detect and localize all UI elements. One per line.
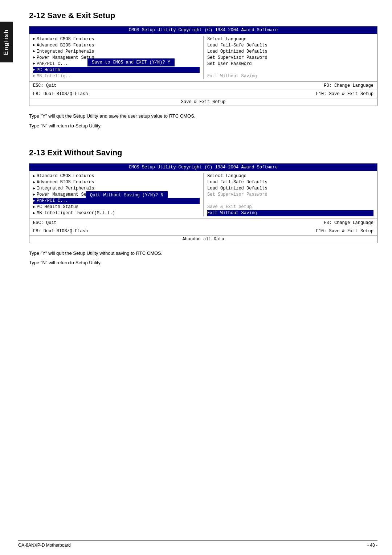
bios-item-1-6: ► PC Health xyxy=(33,67,200,73)
bios-right-1-1: Select Language xyxy=(207,36,373,42)
bios-right-1-5: Set User Password xyxy=(207,61,373,67)
bios-body-1: Save to CMOS and EXIT (Y/N)? Y ► Standar… xyxy=(29,34,377,81)
bios-footer-1: ESC: Quit F3: Change Language xyxy=(29,81,377,90)
bios-f10-2: F10: Save & Exit Setup xyxy=(316,229,373,234)
arrow-icon-1-5: ► xyxy=(33,62,35,66)
bios-status-2: Abandon all Data xyxy=(29,235,377,243)
bios-right-1-6 xyxy=(207,67,373,73)
footer-motherboard: GA-8ANXP-D Motherboard xyxy=(18,543,71,548)
arrow-icon-2-1: ► xyxy=(33,174,35,178)
arrow-icon-2-3: ► xyxy=(33,187,35,191)
bios-right-1-3: Load Optimized Defaults xyxy=(207,48,373,54)
bios-item-2-6: ► PC Health Status xyxy=(33,204,200,210)
section1-heading: 2-12 Save & Exit Setup xyxy=(29,11,377,20)
bios-screenshot-2: CMOS Setup Utility-Copyright (C) 1984-20… xyxy=(29,163,377,243)
bios-f3-1: F3: Change Language xyxy=(324,83,373,88)
bios-footer-2b: F8: Dual BIOS/Q-Flash F10: Save & Exit S… xyxy=(29,227,377,235)
bios-right-2-5 xyxy=(207,198,373,204)
bios-status-1: Save & Exit Setup xyxy=(29,98,377,106)
arrow-icon-1-3: ► xyxy=(33,49,35,53)
arrow-icon-1-4: ► xyxy=(33,56,35,60)
bios-right-2-1: Select Language xyxy=(207,173,373,179)
bios-right-col-1: Select Language Load Fail-Safe Defaults … xyxy=(203,36,377,79)
bios-right-2-7: Exit Without Saving xyxy=(207,210,373,216)
bios-right-1-7: Exit Without Saving xyxy=(207,73,373,79)
arrow-icon-1-6: ► xyxy=(33,68,35,72)
section2-desc2: Type "N" will return to Setup Utility. xyxy=(29,259,377,267)
footer-page-number: - 48 - xyxy=(367,543,377,548)
bios-dialog-2: Quit Without Saving (Y/N)? N xyxy=(86,191,168,199)
arrow-icon-2-4: ► xyxy=(33,193,35,197)
section2-desc1: Type "Y" will quit the Setup Utility wit… xyxy=(29,250,377,257)
bios-title-1: CMOS Setup Utility-Copyright (C) 1984-20… xyxy=(29,26,377,34)
section1-desc1: Type "Y" will quit the Setup Utility and… xyxy=(29,113,377,120)
arrow-icon-2-7: ► xyxy=(33,211,35,215)
bios-right-2-2: Load Fail-Safe Defaults xyxy=(207,179,373,185)
bios-esc-1: ESC: Quit xyxy=(33,83,57,88)
bios-footer-2: ESC: Quit F3: Change Language xyxy=(29,219,377,227)
bios-footer-1b: F8: Dual BIOS/Q-Flash F10: Save & Exit S… xyxy=(29,90,377,98)
bios-item-1-7: ► MB Intellig... xyxy=(33,73,200,79)
bios-esc-2: ESC: Quit xyxy=(33,220,57,225)
bios-right-2-3: Load Optimized Defaults xyxy=(207,185,373,192)
arrow-icon-1-7: ► xyxy=(33,74,35,78)
bios-item-1-3: ► Integrated Peripherals xyxy=(33,48,200,54)
bios-body-2: Quit Without Saving (Y/N)? N ► Standard … xyxy=(29,171,377,219)
arrow-icon-1-1: ► xyxy=(33,37,35,41)
bios-right-1-4: Set Supervisor Password xyxy=(207,54,373,61)
bios-item-2-7: ► MB Intelligent Tweaker(M.I.T.) xyxy=(33,210,200,216)
bios-item-1-1: ► Standard CMOS Features xyxy=(33,36,200,42)
bios-right-col-2: Select Language Load Fail-Safe Defaults … xyxy=(203,173,377,216)
bios-f8-1: F8: Dual BIOS/Q-Flash xyxy=(33,91,88,97)
bios-f3-2: F3: Change Language xyxy=(324,220,373,225)
arrow-icon-1-2: ► xyxy=(33,43,35,47)
arrow-icon-2-2: ► xyxy=(33,180,35,184)
arrow-icon-2-6: ► xyxy=(33,205,35,209)
bios-item-1-2: ► Advanced BIOS Features xyxy=(33,42,200,48)
bios-f10-1: F10: Save & Exit Setup xyxy=(316,91,373,97)
bios-dialog-1: Save to CMOS and EXIT (Y/N)? Y xyxy=(87,58,175,66)
bios-left-col-1: ► Standard CMOS Features ► Advanced BIOS… xyxy=(29,36,203,79)
bios-item-2-3: ► Integrated Peripherals xyxy=(33,185,200,192)
bios-f8-2: F8: Dual BIOS/Q-Flash xyxy=(33,229,88,234)
bios-screenshot-1: CMOS Setup Utility-Copyright (C) 1984-20… xyxy=(29,26,377,106)
bios-right-1-2: Load Fail-Safe Defaults xyxy=(207,42,373,48)
arrow-icon-2-5: ► xyxy=(33,199,35,203)
bios-item-2-2: ► Advanced BIOS Features xyxy=(33,179,200,185)
section2-heading: 2-13 Exit Without Saving xyxy=(29,148,377,158)
section1-desc2: Type "N" will return to Setup Utility. xyxy=(29,122,377,130)
page-footer: GA-8ANXP-D Motherboard - 48 - xyxy=(18,540,377,548)
bios-right-2-6: Save & Exit Setup xyxy=(207,204,373,210)
bios-right-2-4: Set Supervisor Password xyxy=(207,192,373,198)
bios-title-2: CMOS Setup Utility-Copyright (C) 1984-20… xyxy=(29,164,377,171)
sidebar-english-label: English xyxy=(0,22,13,62)
bios-item-2-1: ► Standard CMOS Features xyxy=(33,173,200,179)
